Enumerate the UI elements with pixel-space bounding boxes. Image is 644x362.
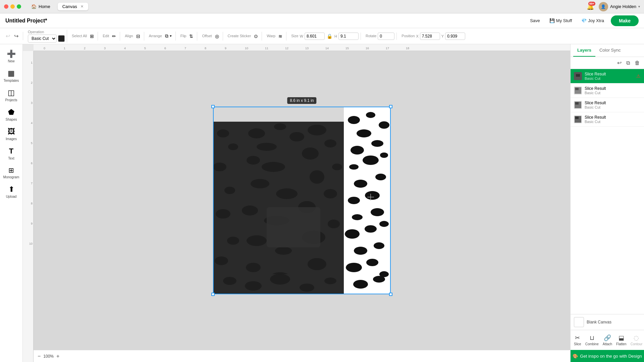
edit-group: Edit ✏ — [101, 32, 120, 41]
select-all-button[interactable]: ⊞ — [88, 32, 96, 41]
ruler-vertical: 1 2 3 4 5 6 7 8 9 10 — [23, 51, 34, 362]
operation-toolbar: ↩ ↪ Operation Basic Cut Select All ⊞ Edi… — [0, 28, 644, 44]
rotate-input[interactable] — [378, 33, 394, 40]
layers-duplicate-button[interactable]: ⧉ — [625, 59, 631, 67]
sidebar-item-monogram[interactable]: ⊞ Monogram — [1, 164, 21, 182]
handle-top-right[interactable] — [389, 105, 392, 108]
header-actions: Save 💾 My Stuff 💎 Joy Xtra Make — [527, 15, 639, 26]
bottom-action-bar: ✂ Slice ⊔ Combine 🔗 Attach ⬓ Flatten ◌ C… — [571, 330, 644, 350]
zoom-out-button[interactable]: − — [38, 353, 41, 359]
slice-icon: ✂ — [575, 334, 580, 342]
sidebar-item-images[interactable]: 🖼 Images — [1, 125, 21, 143]
layer-item[interactable]: Slice Result Basic Cut — [571, 98, 644, 112]
sidebar-item-upload[interactable]: ⬆ Upload — [1, 182, 21, 201]
canvas-content[interactable]: 8.6 in x 9.1 in — [34, 51, 570, 350]
color-swatch[interactable] — [58, 35, 65, 42]
close-button[interactable] — [4, 4, 8, 9]
svg-point-42 — [345, 229, 360, 239]
my-stuff-button[interactable]: 💾 My Stuff — [547, 17, 575, 24]
edit-button[interactable]: ✏ — [110, 32, 118, 41]
svg-point-19 — [275, 247, 292, 255]
contour-button[interactable]: ◌ Contour — [629, 333, 644, 347]
attach-button[interactable]: 🔗 Attach — [601, 333, 614, 347]
sidebar-item-text[interactable]: T Text — [1, 144, 21, 163]
undo-button[interactable]: ↩ — [4, 32, 12, 40]
fullscreen-button[interactable] — [17, 4, 21, 9]
zoom-in-button[interactable]: + — [56, 353, 59, 359]
handle-top-left[interactable] — [211, 105, 215, 108]
offset-button[interactable]: ◎ — [213, 32, 221, 41]
svg-point-48 — [366, 259, 378, 266]
sidebar-item-label-monogram: Monogram — [3, 175, 19, 179]
tab-close-icon[interactable]: ✕ — [80, 4, 84, 9]
create-sticker-group: Create Sticker ⊙ — [226, 32, 262, 41]
svg-point-44 — [379, 221, 389, 227]
tab-color-sync[interactable]: Color Sync — [595, 44, 625, 57]
layer-info: Slice Result Basic Cut — [585, 72, 634, 80]
home-icon: 🏠 — [31, 4, 37, 9]
flatten-icon: ⬓ — [619, 334, 624, 342]
blank-canvas-thumbnail — [574, 317, 584, 327]
redo-button[interactable]: ↪ — [12, 32, 20, 40]
user-info[interactable]: 👤 Angie Holden ▾ — [599, 2, 640, 11]
contour-icon: ◌ — [634, 334, 639, 342]
svg-point-10 — [251, 179, 269, 188]
tab-home[interactable]: 🏠 Home — [26, 3, 55, 10]
slice-button[interactable]: ✂ Slice — [572, 333, 583, 347]
layer-item[interactable]: Slice Result Basic Cut — [571, 112, 644, 127]
svg-point-28 — [366, 112, 375, 118]
sidebar-item-shapes[interactable]: ⬟ Shapes — [1, 105, 21, 124]
mystuff-icon: 💾 — [549, 18, 555, 23]
svg-point-29 — [357, 129, 371, 137]
svg-point-4 — [289, 132, 304, 141]
left-sidebar: ➕ New ▦ Templates ◫ Projects ⬟ Shapes 🖼 … — [0, 44, 23, 362]
align-button[interactable]: ⊟ — [135, 32, 142, 41]
size-group: Size W 🔒 H — [289, 33, 361, 40]
svg-point-27 — [348, 116, 360, 124]
layer-item[interactable]: Slice Result Basic Cut ⚠ — [571, 69, 644, 83]
green-banner[interactable]: 🎨 Get inspo on the go with Design — [571, 350, 644, 362]
ruler-horizontal: 0 1 2 3 4 5 6 7 8 9 10 11 12 13 14 15 16… — [34, 44, 570, 51]
flip-button[interactable]: ⇅ — [187, 32, 195, 41]
layers-delete-button[interactable]: 🗑 — [633, 59, 641, 67]
svg-point-46 — [374, 242, 384, 249]
rotate-label: Rotate — [366, 34, 376, 38]
combine-button[interactable]: ⊔ Combine — [583, 333, 601, 347]
layers-undo-button[interactable]: ↩ — [616, 59, 623, 67]
make-button[interactable]: Make — [611, 15, 639, 26]
x-input[interactable] — [420, 33, 440, 40]
main-layout: ➕ New ▦ Templates ◫ Projects ⬟ Shapes 🖼 … — [0, 44, 644, 362]
height-input[interactable] — [338, 33, 359, 40]
joy-xtra-button[interactable]: 💎 Joy Xtra — [579, 17, 607, 24]
create-sticker-button[interactable]: ⊙ — [252, 32, 260, 41]
canvas-area[interactable]: 0 1 2 3 4 5 6 7 8 9 10 11 12 13 14 15 16… — [23, 44, 570, 362]
y-input[interactable] — [445, 33, 465, 40]
width-input[interactable] — [305, 33, 325, 40]
handle-bottom-left[interactable] — [211, 293, 215, 296]
save-button[interactable]: Save — [527, 17, 543, 24]
layer-item[interactable]: Slice Result Basic Cut — [571, 83, 644, 98]
width-label: W — [300, 34, 303, 38]
flatten-button[interactable]: ⬓ Flatten — [614, 333, 629, 347]
sidebar-item-label-projects: Projects — [5, 98, 17, 102]
tab-canvas[interactable]: Canvas ✕ — [58, 3, 88, 10]
sidebar-item-projects[interactable]: ◫ Projects — [1, 86, 21, 105]
edit-label: Edit — [103, 34, 109, 38]
sidebar-item-label-images: Images — [6, 137, 17, 141]
tab-layers[interactable]: Layers — [573, 44, 595, 57]
y-label: Y — [441, 34, 444, 38]
handle-bottom-right[interactable] — [389, 293, 392, 296]
warp-button[interactable]: ≋ — [277, 32, 284, 41]
svg-point-64 — [227, 237, 239, 245]
sidebar-item-templates[interactable]: ▦ Templates — [1, 66, 21, 85]
operation-select[interactable]: Basic Cut — [28, 35, 57, 43]
layer-info: Slice Result Basic Cut — [585, 86, 641, 95]
notification-button[interactable]: 🔔 99+ — [587, 3, 594, 10]
arrange-button[interactable]: ⧉ ▾ — [163, 32, 173, 41]
lock-icon[interactable]: 🔒 — [327, 34, 332, 39]
x-label: X — [416, 34, 419, 38]
minimize-button[interactable] — [10, 4, 15, 9]
create-sticker-label: Create Sticker — [228, 34, 251, 38]
sidebar-item-new[interactable]: ➕ New — [1, 47, 21, 66]
layers-tabs: Layers Color Sync — [571, 44, 644, 57]
